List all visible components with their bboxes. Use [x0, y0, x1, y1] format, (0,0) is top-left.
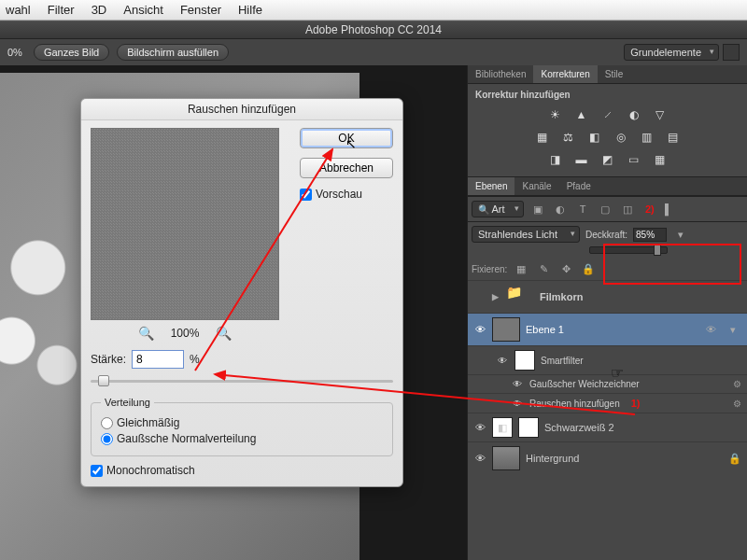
strength-slider[interactable]: [91, 374, 393, 387]
annotation-2: 2): [645, 203, 655, 215]
visibility-icon[interactable]: 👁: [473, 422, 486, 433]
filter-options-icon[interactable]: ⚙: [733, 379, 741, 389]
visibility-icon[interactable]: 👁: [511, 379, 524, 389]
preview-zoom-value: 100%: [171, 327, 200, 340]
tab-libraries[interactable]: Bibliotheken: [468, 65, 533, 83]
fit-all-button[interactable]: Ganzes Bild: [34, 44, 109, 61]
filter-smart-icon[interactable]: ◫: [619, 202, 636, 217]
layer-background[interactable]: 👁 Hintergrund 🔒: [468, 441, 747, 474]
workspace-menu-icon[interactable]: [723, 44, 740, 61]
tab-layers[interactable]: Ebenen: [468, 177, 514, 195]
preview-checkbox-input[interactable]: [300, 189, 312, 201]
zoom-out-icon[interactable]: 🔍: [138, 326, 154, 341]
lock-pixels-icon[interactable]: ✎: [535, 261, 552, 276]
workspace-dropdown[interactable]: Grundelemente: [624, 44, 719, 61]
red-highlight-opacity: [603, 244, 741, 285]
visibility-icon[interactable]: 👁: [496, 356, 509, 366]
filter-pixel-icon[interactable]: ▣: [529, 202, 546, 217]
distribution-gaussian[interactable]: Gaußsche Normalverteilung: [101, 432, 383, 445]
opacity-value[interactable]: [633, 228, 667, 242]
threshold-icon[interactable]: ◩: [599, 152, 617, 167]
layer-group-filmkorn[interactable]: ▶ 📁 Filmkorn: [468, 280, 747, 313]
menu-item[interactable]: wahl: [6, 3, 31, 17]
posterize-icon[interactable]: ▬: [572, 152, 591, 167]
strength-label: Stärke:: [91, 353, 126, 366]
invert-icon[interactable]: ◨: [546, 152, 565, 167]
chevron-down-icon[interactable]: ▾: [725, 322, 741, 337]
strength-input[interactable]: [132, 350, 184, 369]
visibility-icon[interactable]: 👁: [473, 453, 486, 464]
app-titlebar: Adobe Photoshop CC 2014: [0, 21, 747, 39]
exposure-icon[interactable]: ◐: [625, 107, 643, 122]
menu-item[interactable]: Fenster: [180, 3, 221, 17]
disclosure-icon[interactable]: ▶: [492, 292, 499, 301]
preview-checkbox[interactable]: Vorschau: [300, 188, 393, 201]
layer-name: Hintergrund: [526, 453, 579, 464]
lock-transparency-icon[interactable]: ▦: [513, 261, 529, 276]
menu-item[interactable]: Ansicht: [123, 3, 163, 17]
strength-row: Stärke: %: [91, 350, 393, 369]
vibrance-icon[interactable]: ▽: [651, 107, 669, 122]
colorlookup-icon[interactable]: ▤: [664, 130, 683, 145]
distribution-legend: Verteilung: [101, 397, 154, 408]
dialog-title: Rauschen hinzufügen: [81, 99, 402, 120]
tab-adjustments[interactable]: Korrekturen: [533, 65, 597, 83]
gradient-map-icon[interactable]: ▭: [625, 152, 643, 167]
distribution-uniform[interactable]: Gleichmäßig: [101, 416, 383, 429]
brightness-icon[interactable]: ☀: [546, 107, 565, 122]
layer-ebene1[interactable]: 👁 Ebene 1 👁 ▾: [468, 313, 747, 345]
filter-adjust-icon[interactable]: ◐: [552, 202, 569, 217]
bw-icon[interactable]: ◧: [585, 130, 604, 145]
layer-name: Filmkorn: [540, 291, 583, 302]
fill-screen-button[interactable]: Bildschirm ausfüllen: [117, 44, 229, 61]
adjustments-panel-tabs: Bibliotheken Korrekturen Stile: [468, 65, 747, 84]
levels-icon[interactable]: ▲: [572, 107, 591, 122]
menu-item[interactable]: Filter: [48, 3, 75, 17]
visibility-icon[interactable]: 👁: [473, 324, 486, 335]
color-balance-icon[interactable]: ⚖: [559, 130, 578, 145]
filter-type-icon[interactable]: T: [574, 202, 591, 217]
radio-uniform[interactable]: [101, 417, 113, 429]
ok-button[interactable]: OK: [300, 128, 393, 148]
layer-filter-dropdown[interactable]: 🔍 Art: [472, 201, 524, 217]
cancel-button[interactable]: Abbrechen: [300, 158, 393, 178]
filter-toggle-icon[interactable]: ▌: [660, 202, 677, 217]
visibility-icon[interactable]: 👁: [511, 399, 524, 409]
smart-filter-gaussian[interactable]: 👁 Gaußscher Weichzeichner ⚙: [468, 374, 747, 393]
tab-styles[interactable]: Stile: [598, 65, 630, 83]
layer-name: Schwarzweiß 2: [544, 422, 614, 433]
filter-shape-icon[interactable]: ▢: [597, 202, 613, 217]
filter-options-icon[interactable]: ⚙: [733, 399, 741, 409]
layer-thumb: [492, 446, 520, 470]
layer-schwarzweiss[interactable]: 👁 ◧ Schwarzweiß 2: [468, 413, 747, 441]
lock-all-icon[interactable]: 🔒: [580, 261, 597, 276]
zoom-in-icon[interactable]: 🔍: [216, 326, 232, 341]
chevron-down-icon[interactable]: ▾: [672, 227, 689, 242]
radio-gaussian[interactable]: [101, 433, 113, 445]
monochromatic-checkbox-input[interactable]: [91, 465, 103, 477]
tab-paths[interactable]: Pfade: [559, 177, 599, 195]
lock-position-icon[interactable]: ✥: [557, 261, 574, 276]
layer-name: Ebene 1: [526, 324, 564, 335]
opacity-label: Deckkraft:: [585, 230, 627, 240]
tab-channels[interactable]: Kanäle: [514, 177, 558, 195]
photo-filter-icon[interactable]: ◎: [612, 130, 630, 145]
noise-preview[interactable]: [91, 128, 279, 320]
options-bar: 0% Ganzes Bild Bildschirm ausfüllen Grun…: [0, 39, 747, 65]
monochromatic-checkbox[interactable]: Monochromatisch: [91, 464, 393, 477]
preview-label: Vorschau: [316, 188, 362, 201]
smart-filter-header[interactable]: 👁 Smartfilter: [468, 345, 747, 374]
menu-item[interactable]: Hilfe: [238, 3, 262, 17]
selective-color-icon[interactable]: ▦: [651, 152, 669, 167]
hue-sat-icon[interactable]: ▦: [533, 130, 552, 145]
curves-icon[interactable]: ⟋: [599, 107, 617, 122]
channel-mixer-icon[interactable]: ▥: [638, 130, 656, 145]
blend-mode-dropdown[interactable]: Strahlendes Licht: [472, 226, 580, 243]
layer-mask[interactable]: [518, 417, 539, 438]
smart-filter-noise[interactable]: 👁 Rauschen hinzufügen 1) ⚙: [468, 393, 747, 413]
lock-icon: 🔒: [728, 453, 741, 465]
monochromatic-label: Monochromatisch: [106, 464, 195, 477]
menu-item[interactable]: 3D: [92, 3, 107, 17]
smart-filter-mask[interactable]: [514, 350, 535, 371]
macos-menubar[interactable]: wahl Filter 3D Ansicht Fenster Hilfe: [0, 0, 747, 21]
